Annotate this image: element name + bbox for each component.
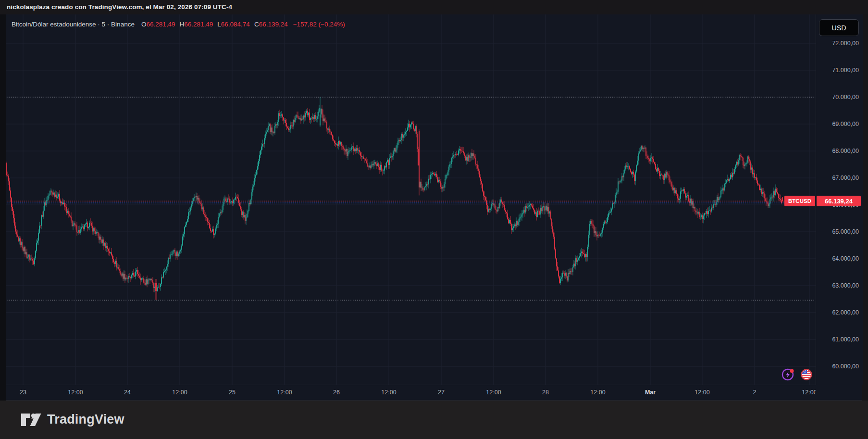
right-gutter (862, 14, 868, 401)
time-tick: Mar (645, 389, 656, 396)
price-tick: 63.000,00 (832, 282, 859, 289)
symbol-title[interactable]: Bitcoin/Dólar estadounidense · 5 · Binan… (12, 21, 135, 28)
price-tick: 70.000,00 (832, 94, 859, 100)
ohlc-values: O66.281,49H66.281,49L66.084,74C66.139,24 (141, 21, 292, 28)
current-price-label: 66.139,24 (817, 196, 861, 206)
price-tick: 61.000,00 (832, 336, 859, 343)
footer-bar: TradingView (0, 401, 868, 439)
tradingview-mark-icon (21, 413, 41, 427)
price-tick: 67.000,00 (832, 175, 859, 181)
currency-toggle-button[interactable]: USD (819, 19, 859, 36)
time-tick: 26 (333, 389, 340, 396)
candlestick-chart[interactable] (6, 14, 816, 385)
time-tick: 28 (542, 389, 549, 396)
time-tick: 12:00 (68, 389, 83, 396)
price-tick: 64.000,00 (832, 255, 859, 262)
time-tick: 12:00 (590, 389, 605, 396)
price-tick: 72.000,00 (832, 40, 859, 47)
price-tick: 71.000,00 (832, 67, 859, 74)
time-axis[interactable]: 2312:002412:002512:002612:002712:002812:… (6, 385, 816, 401)
attribution-text: nickolasplaza creado con TradingView.com… (7, 3, 232, 11)
change-value: −157,82 (−0,24%) (293, 21, 345, 28)
time-tick: 12:00 (277, 389, 292, 396)
time-tick: 24 (124, 389, 131, 396)
us-flag-icon (801, 369, 812, 380)
price-tick: 69.000,00 (832, 121, 859, 127)
chart-canvas[interactable] (6, 14, 816, 385)
streak-lightning-icon (782, 369, 794, 380)
ohlc-pair: H66.281,49 (179, 21, 213, 28)
chart-widget: Bitcoin/Dólar estadounidense · 5 · Binan… (6, 14, 862, 401)
tradingview-snapshot: nickolasplaza creado con TradingView.com… (0, 0, 868, 439)
price-axis[interactable]: 60.000,0061.000,0062.000,0063.000,0064.0… (816, 14, 863, 385)
tradingview-logo[interactable]: TradingView (21, 412, 124, 427)
time-tick: 27 (438, 389, 445, 396)
tradingview-wordmark: TradingView (47, 412, 124, 427)
time-tick: 12:00 (694, 389, 709, 396)
ohlc-pair: C66.139,24 (254, 21, 288, 28)
time-tick: 12:00 (486, 389, 501, 396)
last-price-symbol-tag: BTCUSD (784, 196, 815, 206)
price-tick: 62.000,00 (832, 309, 859, 316)
chart-legend: Bitcoin/Dólar estadounidense · 5 · Binan… (12, 19, 345, 29)
price-tick: 68.000,00 (832, 148, 859, 154)
left-gutter (0, 14, 6, 401)
attribution-bar: nickolasplaza creado con TradingView.com… (0, 0, 868, 14)
time-tick: 12:00 (802, 389, 816, 396)
time-tick: 12:00 (381, 389, 396, 396)
ohlc-pair: L66.084,74 (217, 21, 250, 28)
time-tick: 23 (20, 389, 26, 396)
price-tick: 60.000,00 (832, 363, 859, 370)
price-tick: 65.000,00 (832, 228, 859, 235)
time-tick: 25 (229, 389, 236, 396)
snapshot-badges (781, 367, 817, 382)
time-tick: 12:00 (172, 389, 187, 396)
time-tick: 2 (753, 389, 756, 396)
ohlc-pair: O66.281,49 (141, 21, 175, 28)
